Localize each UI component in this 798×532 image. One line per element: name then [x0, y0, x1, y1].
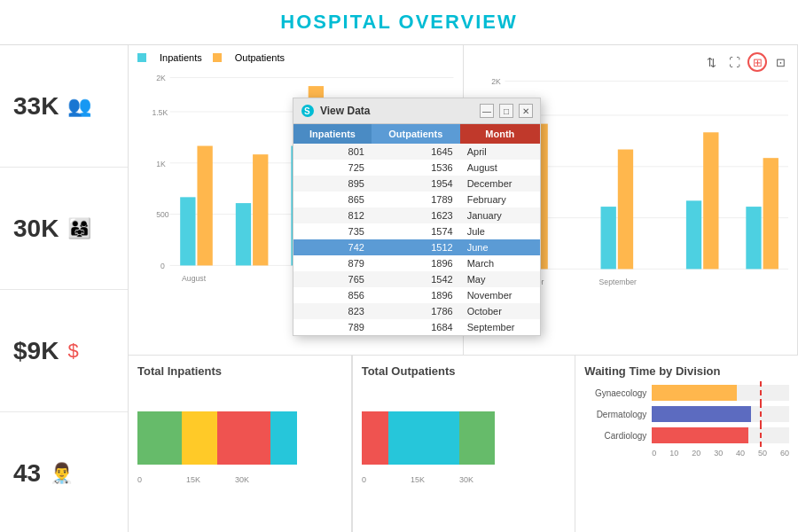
cell-month: November — [460, 287, 540, 303]
stat-card-groups: 30K 👨‍👩‍👧 — [0, 168, 128, 290]
cell-month: June — [460, 239, 540, 255]
svg-text:1.5K: 1.5K — [152, 108, 168, 117]
hbar-fill-cardiology — [652, 427, 747, 443]
cell-inpatients: 765 — [293, 271, 372, 287]
cell-outpatients: 1954 — [372, 176, 460, 192]
cell-inpatients: 895 — [293, 176, 372, 192]
table-row: 7891684September — [293, 319, 540, 335]
table-row: 8121623January — [293, 207, 540, 223]
cell-month: December — [460, 176, 540, 192]
svg-rect-12 — [236, 203, 251, 265]
legend-inpatient-label: Inpatients — [160, 52, 202, 63]
expand-icon[interactable]: ⛶ — [724, 52, 744, 72]
data-table: Inpatients Outpatients Month 8011645Apri… — [293, 124, 540, 335]
view-data-modal[interactable]: S View Data — □ ✕ Inpatients Outpatients… — [293, 98, 541, 336]
svg-text:August: August — [182, 274, 207, 283]
charts-bottom-row: Total Inpatients 0 15K 30K Total Outpati… — [129, 356, 798, 532]
groups-icon: 👨‍👩‍👧 — [67, 217, 91, 240]
svg-rect-10 — [180, 197, 195, 265]
time-by-division-title: Waiting Time by Division — [584, 364, 789, 378]
legend-outpatient-dot — [213, 53, 222, 62]
sidebar: 33K 👥 30K 👨‍👩‍👧 $9K $ 43 👨‍⚕️ — [0, 45, 129, 532]
table-row: 7351574Jule — [293, 223, 540, 239]
hbar-row-gynaecology: Gynaecology — [584, 385, 789, 401]
table-row: 8561896November — [293, 287, 540, 303]
doctors-icon: 👨‍⚕️ — [50, 462, 74, 485]
svg-text:S: S — [304, 106, 310, 116]
export-icon[interactable]: ⊡ — [771, 52, 790, 72]
stat-card-patients: 33K 👥 — [0, 45, 128, 168]
hbar-dashed-line3 — [760, 424, 762, 447]
cell-month: October — [460, 303, 540, 319]
svg-text:0: 0 — [137, 475, 142, 484]
cell-outpatients: 1542 — [372, 271, 460, 287]
svg-text:2K: 2K — [491, 77, 501, 86]
total-inpatients-title: Total Inpatients — [137, 364, 342, 378]
cell-inpatients: 879 — [293, 255, 372, 271]
col-outpatients: Outpatients — [372, 124, 460, 144]
svg-rect-29 — [600, 207, 615, 269]
cell-month: August — [460, 160, 540, 176]
cell-outpatients: 1786 — [372, 303, 460, 319]
svg-rect-13 — [253, 154, 268, 265]
stacked-bar-svg: 0 15K 30K — [137, 385, 332, 509]
svg-text:2K: 2K — [156, 74, 166, 82]
chart-legend: Inpatients Outpatients — [137, 52, 454, 63]
hbar-dashed-line2 — [760, 403, 762, 426]
cell-month: Jule — [460, 223, 540, 239]
cell-month: January — [460, 207, 540, 223]
table-row: 8231786October — [293, 303, 540, 319]
hbar-label-cardiology: Cardiology — [584, 431, 646, 441]
cell-outpatients: 1896 — [372, 255, 460, 271]
sort-icon[interactable]: ⇅ — [701, 52, 721, 72]
hbar-axis: 0 10 20 30 40 50 60 — [584, 449, 789, 458]
axis-60: 60 — [780, 449, 789, 458]
col-inpatients: Inpatients — [293, 124, 372, 144]
bottom-middle-chart: Total Outpatients 0 15K 30K — [352, 356, 576, 532]
cell-outpatients: 1623 — [372, 207, 460, 223]
table-row: 8791896March — [293, 255, 540, 271]
modal-maximize-btn[interactable]: □ — [499, 104, 513, 118]
cell-inpatients: 735 — [293, 223, 372, 239]
svg-rect-30 — [617, 150, 632, 270]
svg-text:500: 500 — [156, 210, 169, 219]
axis-30: 30 — [714, 449, 723, 458]
stat-card-cost: $9K $ — [0, 290, 128, 412]
modal-titlebar: S View Data — □ ✕ — [293, 98, 540, 124]
bottom-left-chart: Total Inpatients 0 15K 30K — [129, 356, 352, 532]
svg-text:September: September — [598, 278, 636, 286]
hbar-label-dermatology: Dermatology — [584, 410, 646, 419]
cell-inpatients: 742 — [293, 239, 372, 255]
stat-value-patients: 33K — [13, 92, 59, 121]
modal-close-btn[interactable]: ✕ — [519, 104, 533, 118]
cost-icon: $ — [67, 340, 78, 363]
svg-rect-32 — [703, 132, 718, 269]
cell-inpatients: 789 — [293, 319, 372, 335]
cell-outpatients: 1536 — [372, 160, 460, 176]
hbar-track-dermatology — [652, 406, 789, 422]
axis-10: 10 — [669, 449, 678, 458]
svg-text:30K: 30K — [459, 475, 473, 484]
svg-rect-34 — [763, 158, 778, 269]
svg-text:15K: 15K — [411, 475, 425, 484]
cell-month: September — [460, 319, 540, 335]
svg-rect-38 — [182, 411, 217, 465]
svg-rect-45 — [388, 411, 459, 465]
total-outpatients-title: Total Outpatients — [362, 364, 567, 378]
stat-value-doctors: 43 — [13, 459, 41, 488]
col-month: Month — [460, 124, 540, 144]
axis-0: 0 — [652, 449, 656, 458]
modal-minimize-btn[interactable]: — — [480, 104, 494, 118]
cell-month: February — [460, 192, 540, 207]
cell-month: March — [460, 255, 540, 271]
hbar-row-dermatology: Dermatology — [584, 406, 789, 422]
hbar-fill-dermatology — [652, 406, 750, 422]
cell-inpatients: 865 — [293, 192, 372, 207]
page-title: HOSPITAL OVERVIEW — [0, 0, 798, 45]
hbar-row-cardiology: Cardiology — [584, 427, 789, 443]
cell-inpatients: 725 — [293, 160, 372, 176]
hbar-track-cardiology — [652, 427, 789, 443]
cell-outpatients: 1789 — [372, 192, 460, 207]
svg-text:0: 0 — [160, 262, 165, 270]
view-data-icon[interactable]: ⊞ — [747, 52, 767, 72]
